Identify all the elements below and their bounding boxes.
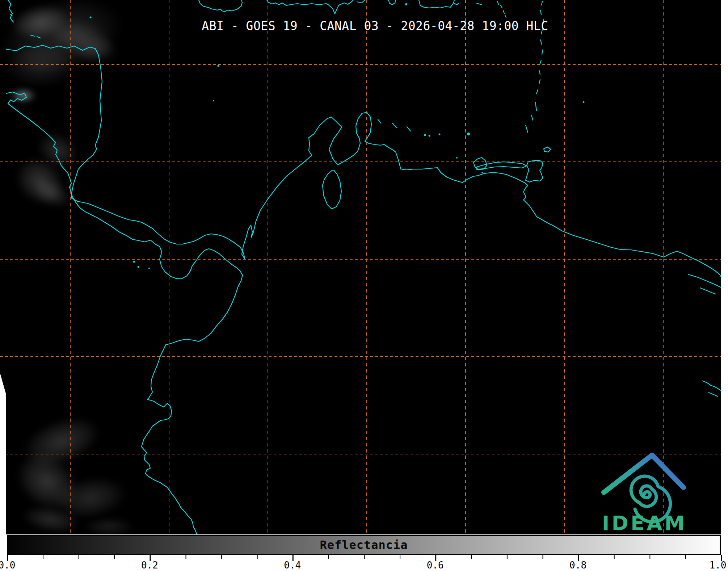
coastline-antilles-north-1 xyxy=(497,1,498,4)
island-dot xyxy=(481,172,483,173)
coastline-antilles-arc-2 xyxy=(540,10,541,14)
coastline-tobago xyxy=(544,147,551,152)
coastline-grenada xyxy=(535,102,536,110)
figure-root: { "title": "ABI - GOES 19 - CANAL 03 - 2… xyxy=(0,0,728,571)
coastline-lake-maracaibo xyxy=(323,170,341,209)
coastline-grenadines-1 xyxy=(531,115,533,120)
imagery-edge-wedge xyxy=(0,373,6,534)
coastline-pacific-coast-nicaragua-to-peru xyxy=(6,92,243,534)
island-dot xyxy=(439,134,441,135)
island-dot xyxy=(138,266,139,268)
coastline-puerto-rico-south-coast xyxy=(419,0,454,8)
colorbar-tick-label: 1.0 xyxy=(710,560,727,571)
island-dot xyxy=(429,135,430,137)
coastline-jamaica-south-coast xyxy=(199,0,242,12)
coastline-isla-margarita xyxy=(474,158,487,170)
coastline-bonaire xyxy=(407,127,411,131)
coastline-antilles-north-2 xyxy=(501,5,502,8)
coastline-honduras-islands-1 xyxy=(31,35,34,36)
coastline-right-edge-fragment-2 xyxy=(709,392,718,396)
coastline-orinoco-delta-squiggle-2 xyxy=(700,288,715,294)
coastline-orinoco-delta-squiggle-1 xyxy=(689,274,721,287)
coastline-antilles-arc-6 xyxy=(542,50,543,54)
coastline-vieques xyxy=(455,3,459,5)
coastline-trinidad xyxy=(526,160,543,182)
coastline-antilles-arc-1 xyxy=(542,1,542,5)
coastline-antilles-arc-10 xyxy=(536,89,538,94)
island-dot xyxy=(133,261,135,263)
colorbar: Reflectancia xyxy=(7,535,721,555)
coastline-mona-fragment xyxy=(388,0,396,5)
coastline-hispaniola-south-coast xyxy=(267,0,353,14)
island-dot xyxy=(148,268,150,269)
coastline-aruba xyxy=(378,119,381,123)
coastline-hispaniola-east-bit xyxy=(357,0,365,3)
ideam-logo: IDEAM xyxy=(590,448,699,534)
colorbar-label: Reflectancia xyxy=(320,538,408,552)
right-margin xyxy=(721,0,728,571)
coastline-caribbean-coast-honduras-to-guyana xyxy=(6,45,721,277)
map-title: ABI - GOES 19 - CANAL 03 - 2026-04-28 19… xyxy=(0,19,721,33)
coastline-antilles-north-4 xyxy=(505,15,506,17)
coastline-antilles-arc-8 xyxy=(539,70,540,74)
colorbar-tick-label: 0.8 xyxy=(569,560,586,571)
island-dot xyxy=(467,133,470,135)
coastline-right-edge-fragment-1 xyxy=(703,381,721,391)
island-dot xyxy=(90,17,92,18)
island-dot xyxy=(218,65,219,67)
coastline-honduras-islands-2 xyxy=(37,37,41,38)
colorbar-tick-label: 0.0 xyxy=(0,560,15,571)
island-dot xyxy=(213,100,214,101)
coastline-st-croix xyxy=(477,3,482,5)
colorbar-tick-label: 0.2 xyxy=(141,560,158,571)
island-dot xyxy=(424,134,426,136)
colorbar-ticks xyxy=(7,555,722,563)
ideam-logo-text: IDEAM xyxy=(602,511,687,534)
coastline-curacao xyxy=(392,123,397,128)
satellite-map: ABI - GOES 19 - CANAL 03 - 2026-04-28 19… xyxy=(0,0,721,534)
coastline-antilles-arc-5 xyxy=(540,40,542,44)
coastline-antilles-arc-7 xyxy=(540,60,541,64)
coastline-grenadines-2 xyxy=(526,125,528,133)
coastline-antilles-north-3 xyxy=(503,11,504,13)
island-dot xyxy=(583,101,585,103)
island-dot xyxy=(456,157,458,159)
island-dot xyxy=(405,3,407,5)
colorbar-tick-label: 0.4 xyxy=(284,560,301,571)
coastline-antilles-arc-9 xyxy=(539,80,540,84)
colorbar-tick-label: 0.6 xyxy=(427,560,444,571)
